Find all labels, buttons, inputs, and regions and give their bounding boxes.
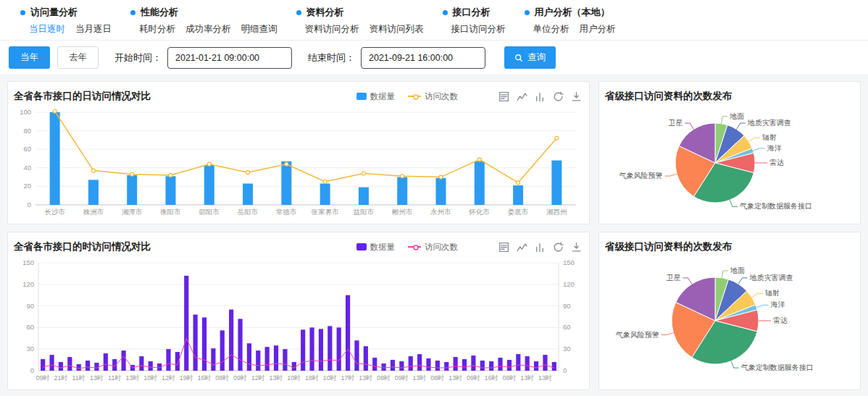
bullet-icon [443, 10, 448, 15]
right-column: 省级接口访问资料的次数发布 地面地质灾害调查辐射海洋雷达气象定制数据服务接口气象… [598, 81, 861, 390]
refresh-icon[interactable] [553, 91, 564, 102]
legend-item[interactable]: 数据量 [356, 91, 396, 102]
svg-text:13时: 13时 [538, 374, 552, 382]
svg-text:永州市: 永州市 [430, 208, 451, 216]
nav-item[interactable]: 当日逐时 [29, 23, 65, 35]
svg-text:16时: 16时 [485, 374, 498, 382]
svg-text:13时: 13时 [448, 374, 462, 382]
search-icon [514, 54, 523, 62]
start-time-input[interactable] [167, 47, 292, 69]
legend-item[interactable]: 访问次数 [408, 91, 458, 102]
start-time-label: 开始时间： [114, 51, 162, 64]
nav-group-title: 资料分析 [296, 6, 424, 19]
svg-text:常德市: 常德市 [276, 208, 297, 216]
svg-text:长沙市: 长沙市 [44, 208, 65, 216]
svg-text:海洋: 海洋 [767, 144, 782, 152]
data-view-icon[interactable] [498, 91, 509, 102]
svg-text:娄底市: 娄底市 [508, 208, 529, 216]
legend-item[interactable]: 访问次数 [408, 242, 458, 253]
nav-item[interactable]: 用户分析 [580, 23, 616, 35]
daily-bar-line-chart[interactable]: 020406080100长沙市株洲市湘潭市衡阳市邵阳市岳阳市常德市张家界市益阳市… [14, 106, 583, 218]
nav-group-title: 用户分析（本地） [525, 6, 616, 19]
svg-text:地质灾害调查: 地质灾害调查 [749, 274, 793, 282]
download-icon[interactable] [571, 242, 582, 253]
svg-text:30: 30 [26, 345, 34, 353]
svg-text:30: 30 [563, 345, 571, 353]
svg-text:13时: 13时 [90, 374, 104, 382]
hourly-chart-card: 全省各市接口的时访问情况对比 数据量访问次数 00303060609090120… [7, 232, 590, 390]
daily-chart-toolbox [498, 91, 582, 102]
search-button[interactable]: 查询 [504, 46, 556, 69]
svg-text:08时: 08时 [502, 374, 516, 382]
svg-text:雷达: 雷达 [773, 316, 788, 324]
svg-text:60: 60 [26, 323, 34, 331]
line-switch-icon[interactable] [517, 242, 527, 253]
left-column: 全省各市接口的日访问情况对比 数据量访问次数 020406080100长沙市株洲… [7, 81, 590, 390]
nav-group: 用户分析（本地）单位分析用户分析 [525, 6, 616, 35]
svg-text:08时: 08时 [215, 374, 229, 382]
svg-text:100: 100 [20, 108, 31, 116]
svg-text:气象定制数据服务接口: 气象定制数据服务接口 [740, 202, 812, 210]
svg-text:10时: 10时 [287, 374, 301, 382]
svg-text:90: 90 [563, 302, 571, 310]
search-button-label: 查询 [527, 51, 546, 64]
nav-item[interactable]: 当月逐日 [75, 23, 112, 35]
end-time-label: 结束时间： [308, 51, 355, 64]
nav-item[interactable]: 耗时分析 [139, 23, 175, 35]
line-switch-icon[interactable] [517, 91, 527, 102]
daily-chart-header: 全省各市接口的日访问情况对比 数据量访问次数 [14, 88, 583, 105]
legend-label: 访问次数 [425, 91, 458, 102]
svg-text:20: 20 [23, 182, 31, 190]
svg-text:19时: 19时 [180, 374, 193, 382]
pie-top-title: 省级接口访问资料的次数发布 [605, 90, 733, 103]
pie-top-chart[interactable]: 地面地质灾害调查辐射海洋雷达气象定制数据服务接口气象风险预警卫星 [605, 106, 854, 218]
svg-text:湘潭市: 湘潭市 [122, 208, 143, 216]
end-time-input[interactable] [361, 47, 485, 69]
svg-text:09时: 09时 [233, 374, 247, 382]
nav-group-title: 性能分析 [130, 6, 277, 19]
svg-text:卫星: 卫星 [666, 274, 680, 282]
legend-bar-swatch-icon [356, 93, 367, 100]
nav-group: 性能分析耗时分析成功率分析明细查询 [130, 6, 277, 35]
nav-item[interactable]: 明细查询 [241, 23, 277, 35]
bullet-icon [130, 10, 135, 15]
nav-group-title: 接口分析 [443, 6, 506, 19]
hourly-chart-header: 全省各市接口的时访问情况对比 数据量访问次数 [14, 238, 583, 256]
nav-item[interactable]: 接口访问分析 [451, 23, 506, 35]
svg-text:09时: 09时 [395, 374, 409, 382]
download-icon[interactable] [571, 91, 582, 102]
nav-item[interactable]: 单位分析 [533, 23, 569, 35]
svg-text:120: 120 [22, 280, 34, 288]
legend-label: 数据量 [370, 242, 396, 253]
legend-item[interactable]: 数据量 [356, 242, 396, 253]
nav-group: 访问量分析当日逐时当月逐日 [20, 6, 112, 35]
svg-text:辐射: 辐射 [762, 133, 777, 141]
svg-text:40: 40 [23, 164, 31, 172]
data-view-icon[interactable] [498, 242, 509, 253]
svg-text:18时: 18时 [305, 374, 319, 382]
svg-text:11时: 11时 [72, 374, 85, 382]
svg-text:13时: 13时 [270, 374, 283, 382]
this-year-button[interactable]: 当年 [9, 46, 50, 69]
svg-text:邵阳市: 邵阳市 [199, 208, 220, 216]
svg-text:09时: 09时 [36, 374, 50, 382]
pie-bottom-chart[interactable]: 地面地质灾害调查辐射海洋雷达气象定制数据服务接口气象风险预警卫星 [605, 257, 854, 384]
nav-item[interactable]: 资料访问分析 [305, 23, 359, 35]
svg-text:13时: 13时 [520, 374, 534, 382]
refresh-icon[interactable] [553, 242, 564, 253]
bar-switch-icon[interactable] [535, 242, 546, 253]
nav-item[interactable]: 资料访问列表 [370, 23, 424, 35]
top-navigation: 访问量分析当日逐时当月逐日性能分析耗时分析成功率分析明细查询资料分析资料访问分析… [0, 0, 868, 41]
nav-item[interactable]: 成功率分析 [185, 23, 231, 35]
last-year-button[interactable]: 去年 [57, 46, 99, 69]
svg-text:益阳市: 益阳市 [354, 208, 375, 216]
bar-switch-icon[interactable] [535, 91, 546, 102]
svg-text:120: 120 [563, 280, 575, 288]
hourly-chart-title: 全省各市接口的时访问情况对比 [14, 240, 151, 253]
svg-text:岳阳市: 岳阳市 [237, 208, 259, 216]
hourly-bar-line-chart[interactable]: 0030306060909012012015015009时21时11时13时11… [14, 257, 583, 384]
svg-text:90: 90 [26, 302, 34, 310]
pie-bottom-title: 省级接口访问资料的次数发布 [605, 240, 733, 253]
svg-text:地面: 地面 [730, 266, 745, 274]
pie-bottom-header: 省级接口访问资料的次数发布 [605, 238, 854, 256]
